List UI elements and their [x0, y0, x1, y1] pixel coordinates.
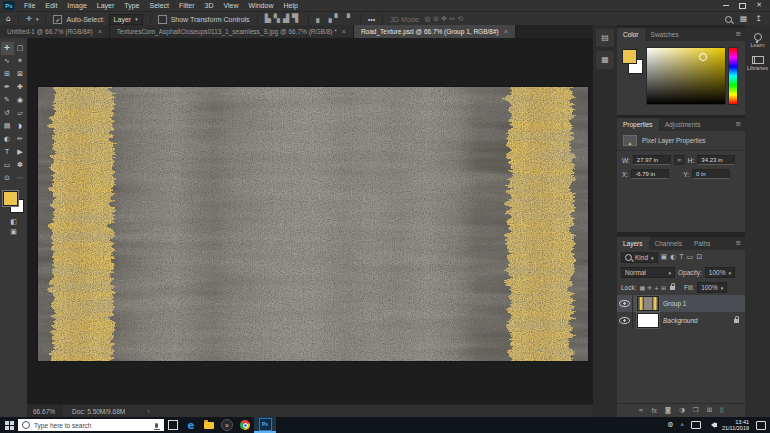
tab-channels[interactable]: Channels: [649, 237, 688, 250]
collapsed-panel-1-icon[interactable]: ▤: [596, 29, 614, 47]
taskbar-search-input[interactable]: Type here to search: [18, 419, 164, 431]
lock-options-icons[interactable]: ▦ ✛ + ⊞: [640, 285, 666, 291]
menu-window[interactable]: Window: [244, 2, 279, 9]
lasso-tool[interactable]: ∿: [1, 55, 14, 68]
menu-help[interactable]: Help: [278, 2, 302, 9]
restore-icon[interactable]: [739, 3, 746, 9]
clone-stamp-tool[interactable]: ◉: [14, 94, 27, 107]
home-icon[interactable]: ⌂: [6, 15, 11, 23]
lock-all-icon[interactable]: [670, 286, 675, 290]
microphone-icon[interactable]: [155, 423, 158, 428]
tray-app-icon[interactable]: ⚙: [667, 422, 673, 429]
dodge-tool[interactable]: ◐: [1, 133, 14, 146]
link-layers-icon[interactable]: ∞: [638, 407, 643, 414]
show-hidden-icons-chevron[interactable]: ^: [681, 422, 684, 429]
layer-filter-kind-dropdown[interactable]: Kind ▾: [621, 252, 658, 263]
history-brush-tool[interactable]: ↺: [1, 107, 14, 120]
path-selection-tool[interactable]: ▶: [14, 146, 27, 159]
menu-select[interactable]: Select: [145, 2, 174, 9]
task-view-button[interactable]: [164, 417, 182, 433]
distribute-icons[interactable]: ▖▗▘▝: [316, 15, 353, 23]
close-tab-icon[interactable]: ×: [342, 28, 346, 35]
tab-swatches[interactable]: Swatches: [645, 28, 685, 41]
frame-tool[interactable]: ⊠: [14, 68, 27, 81]
photoshop-taskbar-button[interactable]: Ps: [254, 417, 276, 433]
visibility-eye-icon[interactable]: [619, 317, 630, 324]
filter-adjustment-layers-icon[interactable]: ◐: [670, 254, 676, 261]
filter-type-layers-icon[interactable]: T: [679, 254, 683, 261]
app-button[interactable]: u: [218, 417, 236, 433]
layer-effects-icon[interactable]: fx: [652, 407, 657, 414]
more-options-button[interactable]: •••: [368, 16, 375, 23]
start-button[interactable]: [0, 417, 18, 433]
blend-mode-dropdown[interactable]: Normal ▾: [621, 267, 675, 278]
foreground-color-swatch[interactable]: [622, 49, 637, 64]
screen-mode-icon[interactable]: ▣: [10, 229, 17, 236]
eyedropper-tool[interactable]: ✒: [1, 81, 14, 94]
auto-select-target-dropdown[interactable]: Layer ▾: [109, 14, 143, 25]
show-transform-checkbox[interactable]: [158, 15, 167, 24]
opacity-dropdown[interactable]: 100% ▾: [705, 267, 735, 278]
brush-tool[interactable]: ✎: [1, 94, 14, 107]
new-layer-icon[interactable]: ⊞: [707, 407, 712, 414]
action-center-icon[interactable]: [756, 421, 766, 430]
menu-filter[interactable]: Filter: [174, 2, 200, 9]
auto-select-checkbox[interactable]: ✓: [53, 15, 62, 24]
filter-shape-layers-icon[interactable]: ▭: [687, 254, 694, 261]
blur-tool[interactable]: ◗: [14, 120, 27, 133]
status-options-arrow-icon[interactable]: ›: [147, 408, 149, 415]
hand-tool[interactable]: ✽: [14, 159, 27, 172]
minimize-icon[interactable]: [723, 5, 729, 6]
y-field[interactable]: 0 in: [692, 169, 730, 179]
type-tool[interactable]: T: [1, 146, 14, 159]
layer-thumbnail[interactable]: [637, 296, 659, 311]
tab-paths[interactable]: Paths: [688, 237, 717, 250]
layer-name[interactable]: Background: [663, 317, 729, 324]
layer-name[interactable]: Group 1: [663, 300, 745, 307]
shape-tool[interactable]: ▭: [1, 159, 14, 172]
pen-tool[interactable]: ✏: [14, 133, 27, 146]
menu-file[interactable]: File: [19, 2, 40, 9]
edge-browser-button[interactable]: e: [182, 417, 200, 433]
move-tool[interactable]: ✛: [1, 42, 14, 55]
tab-road-texture-psd[interactable]: Road_Texture.psd @ 66.7% (Group 1, RGB/8…: [354, 25, 516, 38]
menu-3d[interactable]: 3D: [200, 2, 219, 9]
tab-properties[interactable]: Properties: [617, 118, 659, 131]
width-field[interactable]: 27.97 in: [633, 155, 671, 165]
menu-layer[interactable]: Layer: [92, 2, 120, 9]
workspace-layout-icon[interactable]: ▦: [740, 15, 748, 23]
close-tab-icon[interactable]: ×: [504, 28, 508, 35]
edit-toolbar-icon[interactable]: ⋯: [14, 172, 27, 185]
healing-brush-tool[interactable]: ✚: [14, 81, 27, 94]
tab-untitled-1[interactable]: Untitled-1 @ 66.7% (RGB/8#) ×: [0, 25, 110, 38]
panel-menu-icon[interactable]: ≡: [735, 237, 745, 250]
hue-slider[interactable]: [728, 47, 738, 105]
x-field[interactable]: -6.79 in: [631, 169, 669, 179]
adjustment-layer-icon[interactable]: ◑: [679, 407, 685, 414]
network-icon[interactable]: [691, 421, 701, 429]
foreground-color-swatch[interactable]: [3, 191, 18, 206]
layer-mask-icon[interactable]: ◙: [665, 407, 671, 414]
gradient-tool[interactable]: ▤: [1, 120, 14, 133]
filter-smart-objects-icon[interactable]: ⊡: [696, 254, 702, 261]
height-field[interactable]: 34.23 in: [697, 155, 735, 165]
eraser-tool[interactable]: ▱: [14, 107, 27, 120]
learn-panel-button[interactable]: Learn: [745, 33, 770, 48]
road-texture-image[interactable]: [38, 87, 588, 361]
panel-menu-icon[interactable]: ≡: [735, 118, 745, 131]
new-group-icon[interactable]: ❒: [693, 407, 699, 414]
link-dimensions-icon[interactable]: ∞: [674, 155, 685, 165]
menu-view[interactable]: View: [219, 2, 244, 9]
visibility-eye-icon[interactable]: [619, 300, 630, 307]
tab-textures-jpg[interactable]: TexturesCom_AsphaltCloseups0113_1_seamle…: [110, 25, 354, 38]
tab-layers[interactable]: Layers: [617, 237, 649, 250]
file-explorer-button[interactable]: [200, 417, 218, 433]
collapsed-panel-2-icon[interactable]: ▦: [596, 51, 614, 69]
saturation-brightness-picker[interactable]: [646, 47, 726, 105]
layer-thumbnail[interactable]: [637, 313, 659, 328]
menu-image[interactable]: Image: [62, 2, 91, 9]
layer-row-group-1[interactable]: Group 1: [617, 295, 745, 312]
zoom-tool[interactable]: ⊙: [1, 172, 14, 185]
panel-menu-icon[interactable]: ≡: [735, 28, 745, 41]
share-icon[interactable]: ↥: [755, 15, 762, 23]
